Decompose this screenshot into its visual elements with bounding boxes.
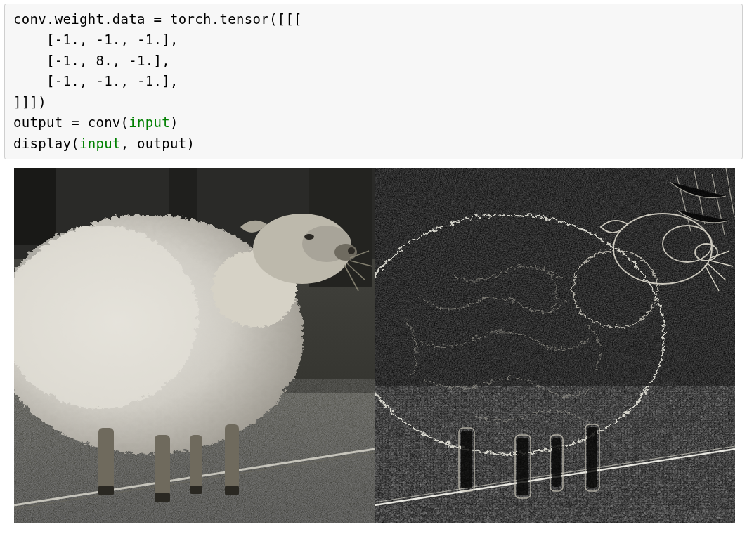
code-text: output = conv(input) [13, 115, 178, 130]
input-image [14, 168, 375, 523]
svg-rect-47 [461, 431, 472, 488]
code-line-7: display(input, output) [13, 134, 734, 154]
code-line-2: [-1., -1., -1.], [13, 30, 734, 50]
code-line-4: [-1., -1., -1.], [13, 71, 734, 91]
code-text: conv.weight.data = torch.tensor([[[ [13, 11, 302, 27]
code-text: display(input, output) [13, 136, 195, 151]
code-text: [-1., -1., -1.], [13, 32, 178, 47]
code-text: ]]]) [13, 94, 46, 110]
output-image [375, 168, 735, 523]
output-image-pair [14, 168, 735, 523]
code-line-5: ]]]) [13, 92, 734, 112]
code-cell: conv.weight.data = torch.tensor([[[ [-1.… [4, 4, 743, 159]
svg-rect-48 [517, 438, 528, 495]
svg-rect-49 [587, 427, 597, 488]
code-line-3: [-1., 8., -1.], [13, 51, 734, 71]
code-text: [-1., 8., -1.], [13, 53, 170, 68]
code-line-6: output = conv(input) [13, 112, 734, 133]
builtin-input: input [79, 136, 121, 151]
code-line-1: conv.weight.data = torch.tensor([[[ [13, 9, 734, 30]
code-text: [-1., -1., -1.], [13, 73, 178, 89]
svg-rect-50 [552, 438, 561, 487]
builtin-input: input [129, 115, 170, 130]
